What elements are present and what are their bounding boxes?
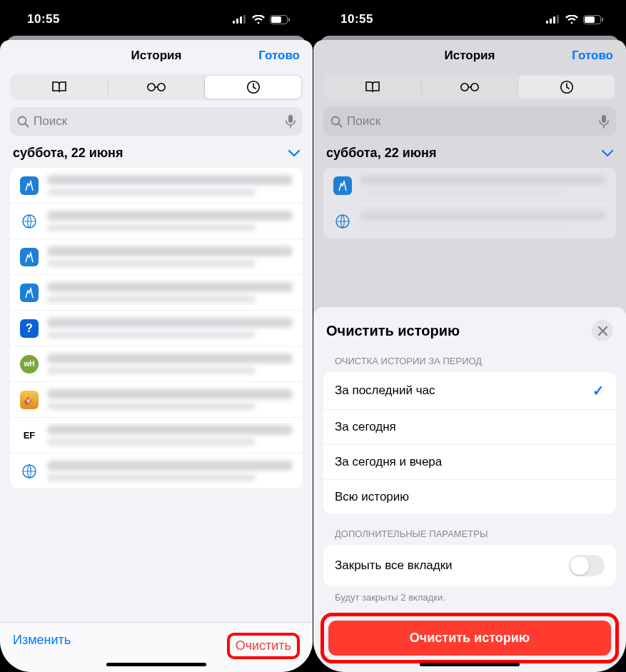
home-indicator bbox=[420, 663, 520, 666]
action-sheet-header: Очистить историю bbox=[313, 307, 626, 351]
status-bar: 10:55 bbox=[0, 0, 313, 39]
book-icon bbox=[51, 81, 67, 94]
segment-reading-list[interactable] bbox=[108, 76, 205, 99]
site-icon: wH bbox=[20, 355, 39, 373]
history-row[interactable]: ? bbox=[10, 311, 303, 346]
close-icon bbox=[598, 326, 607, 336]
done-button[interactable]: Готово bbox=[258, 49, 300, 63]
svg-rect-11 bbox=[288, 115, 293, 123]
segment-history[interactable] bbox=[205, 76, 301, 99]
chevron-down-icon bbox=[288, 150, 300, 157]
history-text bbox=[47, 175, 293, 196]
search-icon bbox=[330, 116, 343, 128]
search-field[interactable] bbox=[323, 107, 616, 136]
timeframe-options-list: За последний час ✓ За сегодня За сегодня… bbox=[323, 372, 616, 514]
mic-icon[interactable] bbox=[286, 114, 296, 129]
history-text bbox=[47, 211, 293, 231]
date-section-header[interactable]: суббота, 22 июня bbox=[313, 146, 626, 168]
site-icon bbox=[20, 212, 39, 231]
history-sheet: История Готово суббота, 22 июня bbox=[313, 40, 626, 672]
cellular-icon bbox=[233, 15, 247, 24]
svg-point-24 bbox=[332, 116, 340, 124]
phone-screenshot-right: 10:55 История Готово bbox=[313, 0, 626, 672]
section-label-timeframe: ОЧИСТКА ИСТОРИИ ЗА ПЕРИОД bbox=[313, 351, 626, 372]
history-row[interactable] bbox=[10, 275, 303, 311]
svg-rect-20 bbox=[602, 18, 603, 21]
close-all-tabs-row[interactable]: Закрыть все вкладки bbox=[323, 545, 616, 586]
date-section-header[interactable]: суббота, 22 июня bbox=[0, 146, 313, 168]
view-segmented-control[interactable] bbox=[10, 74, 303, 100]
date-label: суббота, 22 июня bbox=[326, 146, 436, 161]
nav-bar: История Готово bbox=[0, 40, 313, 71]
history-text bbox=[47, 246, 293, 267]
nav-bar: История Готово bbox=[313, 40, 626, 71]
checkmark-icon: ✓ bbox=[592, 382, 605, 399]
history-row[interactable] bbox=[10, 453, 303, 488]
option-label: За сегодня bbox=[335, 420, 396, 434]
option-today[interactable]: За сегодня bbox=[323, 410, 616, 445]
status-time: 10:55 bbox=[27, 12, 60, 26]
site-icon bbox=[333, 176, 352, 195]
view-segmented-control[interactable] bbox=[323, 74, 616, 100]
history-text bbox=[47, 461, 293, 481]
close-button[interactable] bbox=[592, 320, 613, 341]
history-text bbox=[47, 282, 293, 303]
page-title: История bbox=[445, 49, 495, 63]
svg-point-7 bbox=[148, 84, 155, 91]
search-icon bbox=[17, 116, 29, 128]
battery-icon bbox=[270, 15, 290, 24]
history-row[interactable] bbox=[10, 204, 303, 239]
history-row[interactable]: EF bbox=[10, 418, 303, 453]
option-label: За последний час bbox=[335, 383, 435, 398]
svg-rect-5 bbox=[271, 16, 281, 23]
close-tabs-toggle[interactable] bbox=[569, 555, 605, 576]
site-icon bbox=[20, 284, 39, 302]
segment-reading-list[interactable] bbox=[422, 76, 518, 99]
status-bar: 10:55 bbox=[313, 0, 626, 39]
search-input[interactable] bbox=[347, 114, 595, 129]
edit-button[interactable]: Изменить bbox=[13, 633, 71, 648]
confirm-button-highlight: Очистить историю bbox=[320, 613, 619, 663]
svg-rect-19 bbox=[585, 16, 595, 23]
confirm-clear-button[interactable]: Очистить историю bbox=[328, 621, 611, 656]
site-icon: ? bbox=[20, 319, 39, 338]
done-button[interactable]: Готово bbox=[572, 49, 613, 63]
glasses-icon bbox=[146, 82, 166, 92]
wifi-icon bbox=[565, 15, 578, 24]
svg-point-22 bbox=[471, 84, 478, 91]
history-row[interactable] bbox=[323, 204, 616, 239]
site-icon bbox=[20, 462, 39, 481]
svg-rect-1 bbox=[236, 19, 238, 24]
history-sheet: История Готово суббота, 22 июня bbox=[0, 40, 313, 672]
segment-bookmarks[interactable] bbox=[11, 76, 108, 99]
page-title: История bbox=[131, 49, 182, 63]
status-icons bbox=[233, 15, 290, 24]
clear-button[interactable]: Очистить bbox=[236, 638, 291, 653]
history-row[interactable]: 🎸 bbox=[10, 382, 303, 418]
glasses-icon bbox=[460, 82, 480, 92]
history-text bbox=[47, 425, 293, 446]
history-row[interactable] bbox=[10, 168, 303, 204]
search-input[interactable] bbox=[34, 114, 281, 129]
segment-bookmarks[interactable] bbox=[325, 76, 421, 99]
status-icons bbox=[546, 15, 603, 24]
svg-rect-15 bbox=[550, 19, 552, 24]
additional-options-list: Закрыть все вкладки bbox=[323, 545, 616, 586]
option-all-history[interactable]: Всю историю bbox=[323, 480, 616, 514]
history-row[interactable]: wH bbox=[10, 346, 303, 382]
option-last-hour[interactable]: За последний час ✓ bbox=[323, 372, 616, 410]
option-today-yesterday[interactable]: За сегодня и вчера bbox=[323, 445, 616, 480]
close-tabs-hint: Будут закрыты 2 вкладки. bbox=[313, 586, 626, 613]
option-label: Всю историю bbox=[335, 490, 409, 504]
date-label: суббота, 22 июня bbox=[13, 146, 123, 161]
clock-icon bbox=[246, 80, 261, 94]
segment-history[interactable] bbox=[518, 76, 615, 99]
search-field[interactable] bbox=[10, 107, 303, 136]
svg-rect-3 bbox=[243, 15, 246, 24]
option-label: За сегодня и вчера bbox=[335, 455, 442, 469]
history-row[interactable] bbox=[323, 168, 616, 204]
history-text bbox=[47, 389, 293, 410]
mic-icon[interactable] bbox=[599, 114, 609, 129]
history-text bbox=[360, 175, 606, 196]
history-row[interactable] bbox=[10, 239, 303, 275]
